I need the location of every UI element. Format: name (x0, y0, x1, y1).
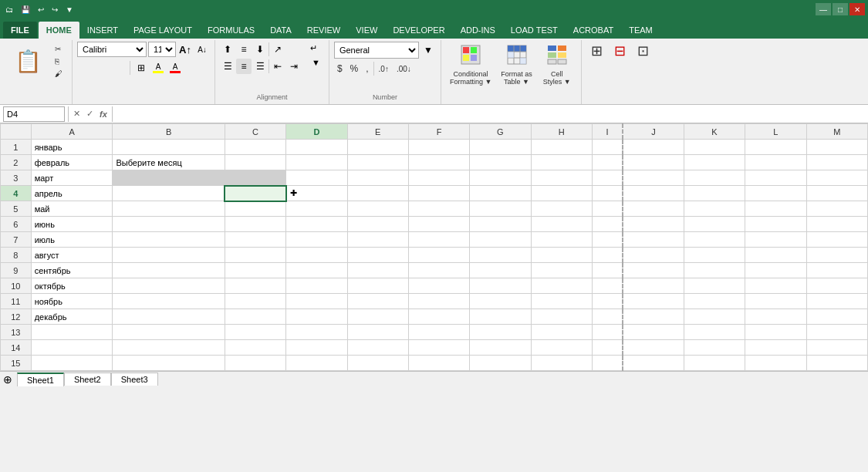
cell[interactable] (286, 356, 347, 371)
cell[interactable] (531, 248, 592, 263)
cell[interactable] (225, 201, 285, 217)
cell[interactable] (286, 278, 347, 294)
cell[interactable]: декабрь (31, 309, 113, 325)
decrease-font-button[interactable]: A↓ (194, 42, 210, 57)
cell[interactable] (531, 155, 592, 170)
cell[interactable] (470, 170, 531, 186)
cell-styles-button[interactable]: CellStyles ▼ (538, 42, 576, 88)
cell[interactable]: июль (31, 232, 113, 248)
comma-button[interactable]: , (363, 62, 371, 76)
cell[interactable] (470, 186, 531, 201)
cell[interactable] (347, 217, 408, 232)
cell[interactable] (531, 294, 592, 309)
row-header-1[interactable]: 1 (1, 140, 32, 155)
cell[interactable] (408, 340, 469, 356)
cell[interactable] (113, 356, 225, 371)
cell[interactable] (806, 278, 868, 294)
cell[interactable] (592, 155, 623, 170)
cell[interactable] (531, 232, 592, 248)
cell[interactable] (286, 309, 347, 325)
cell[interactable] (408, 356, 469, 371)
cell[interactable] (225, 309, 285, 325)
font-color-button[interactable]: A (167, 60, 183, 76)
row-header-14[interactable]: 14 (1, 340, 32, 356)
cell[interactable] (113, 340, 225, 356)
cell[interactable] (745, 309, 806, 325)
cell[interactable] (408, 155, 469, 170)
cell[interactable] (623, 340, 684, 356)
cell[interactable] (347, 340, 408, 356)
cell[interactable] (347, 309, 408, 325)
cell[interactable] (225, 263, 285, 278)
cell[interactable] (470, 155, 531, 170)
row-header-10[interactable]: 10 (1, 278, 32, 294)
cell[interactable] (684, 186, 745, 201)
cell[interactable] (408, 325, 469, 340)
bold-button[interactable] (77, 60, 93, 76)
close-button[interactable]: ✕ (849, 3, 865, 15)
row-header-13[interactable]: 13 (1, 325, 32, 340)
cell[interactable] (745, 186, 806, 201)
increase-font-button[interactable]: A↑ (177, 42, 193, 57)
cell[interactable] (408, 140, 469, 155)
cell[interactable] (592, 140, 623, 155)
col-header-I[interactable]: I (592, 124, 623, 140)
cell[interactable] (806, 170, 868, 186)
cell[interactable]: сентябрь (31, 263, 113, 278)
cell[interactable] (684, 309, 745, 325)
cell[interactable] (745, 140, 806, 155)
cell[interactable] (684, 340, 745, 356)
row-header-3[interactable]: 3 (1, 170, 32, 186)
cell[interactable] (623, 201, 684, 217)
cell[interactable] (806, 263, 868, 278)
percent-button[interactable]: % (347, 62, 362, 76)
cell[interactable] (592, 201, 623, 217)
cell[interactable]: июнь (31, 217, 113, 232)
undo-icon[interactable]: ↩ (35, 5, 46, 15)
tab-team[interactable]: TEAM (621, 22, 660, 39)
formula-input[interactable] (116, 109, 865, 120)
row-header-6[interactable]: 6 (1, 217, 32, 232)
cell[interactable] (623, 248, 684, 263)
cell[interactable] (745, 325, 806, 340)
excel-icon[interactable]: 🗂 (3, 5, 15, 15)
cell[interactable] (286, 294, 347, 309)
format-as-table-button[interactable]: Format asTable ▼ (497, 42, 536, 88)
tab-data[interactable]: DATA (262, 22, 299, 39)
cell[interactable] (806, 201, 868, 217)
cell[interactable] (623, 170, 684, 186)
cell[interactable] (408, 217, 469, 232)
cell[interactable] (745, 155, 806, 170)
tab-add-ins[interactable]: ADD-INS (453, 22, 503, 39)
cell[interactable] (347, 325, 408, 340)
cell[interactable] (113, 170, 286, 186)
customize-icon[interactable]: ▼ (63, 5, 76, 15)
cell[interactable] (286, 217, 347, 232)
cell[interactable] (286, 140, 347, 155)
cell[interactable] (806, 232, 868, 248)
cell[interactable] (225, 278, 285, 294)
cell[interactable] (592, 248, 623, 263)
cell[interactable] (286, 325, 347, 340)
tab-developer[interactable]: DEVELOPER (385, 22, 452, 39)
cell[interactable] (470, 356, 531, 371)
tab-home[interactable]: HOME (39, 22, 79, 39)
cell[interactable] (408, 278, 469, 294)
cell[interactable] (286, 248, 347, 263)
cell[interactable] (408, 309, 469, 325)
cell[interactable] (286, 170, 347, 186)
cell[interactable] (684, 294, 745, 309)
cell[interactable] (592, 186, 623, 201)
cell[interactable] (408, 201, 469, 217)
align-right-button[interactable]: ☰ (252, 59, 268, 74)
save-icon[interactable]: 💾 (19, 5, 32, 15)
cell[interactable] (623, 140, 684, 155)
cell[interactable] (225, 155, 285, 170)
cell[interactable] (684, 217, 745, 232)
cell[interactable] (592, 356, 623, 371)
cell[interactable] (347, 248, 408, 263)
cell[interactable]: октябрь (31, 278, 113, 294)
cell[interactable] (286, 155, 347, 170)
col-header-D[interactable]: D (286, 124, 347, 140)
cell[interactable] (347, 278, 408, 294)
